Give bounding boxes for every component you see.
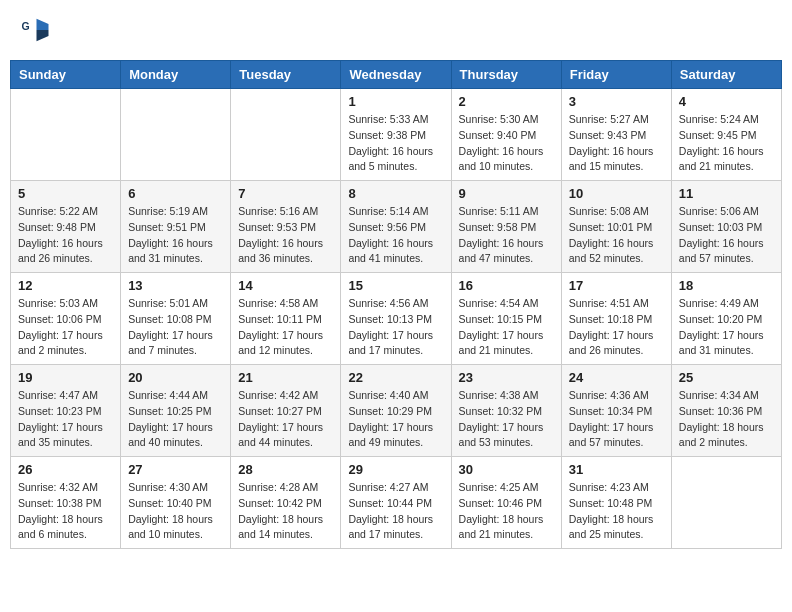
day-info: Sunrise: 5:19 AMSunset: 9:51 PMDaylight:…	[128, 204, 223, 267]
logo: G	[20, 15, 54, 45]
day-number: 3	[569, 94, 664, 109]
day-info: Sunrise: 4:23 AMSunset: 10:48 PMDaylight…	[569, 480, 664, 543]
header-cell-tuesday: Tuesday	[231, 61, 341, 89]
day-number: 7	[238, 186, 333, 201]
calendar-cell: 22Sunrise: 4:40 AMSunset: 10:29 PMDaylig…	[341, 365, 451, 457]
calendar-cell: 16Sunrise: 4:54 AMSunset: 10:15 PMDaylig…	[451, 273, 561, 365]
day-info: Sunrise: 5:01 AMSunset: 10:08 PMDaylight…	[128, 296, 223, 359]
day-number: 19	[18, 370, 113, 385]
day-info: Sunrise: 4:28 AMSunset: 10:42 PMDaylight…	[238, 480, 333, 543]
calendar-week-1: 1Sunrise: 5:33 AMSunset: 9:38 PMDaylight…	[11, 89, 782, 181]
calendar-cell: 17Sunrise: 4:51 AMSunset: 10:18 PMDaylig…	[561, 273, 671, 365]
calendar-week-5: 26Sunrise: 4:32 AMSunset: 10:38 PMDaylig…	[11, 457, 782, 549]
calendar-cell: 23Sunrise: 4:38 AMSunset: 10:32 PMDaylig…	[451, 365, 561, 457]
header-row: SundayMondayTuesdayWednesdayThursdayFrid…	[11, 61, 782, 89]
calendar-cell: 28Sunrise: 4:28 AMSunset: 10:42 PMDaylig…	[231, 457, 341, 549]
day-number: 8	[348, 186, 443, 201]
day-info: Sunrise: 5:08 AMSunset: 10:01 PMDaylight…	[569, 204, 664, 267]
calendar-cell: 27Sunrise: 4:30 AMSunset: 10:40 PMDaylig…	[121, 457, 231, 549]
calendar-cell	[231, 89, 341, 181]
calendar-cell: 20Sunrise: 4:44 AMSunset: 10:25 PMDaylig…	[121, 365, 231, 457]
day-number: 25	[679, 370, 774, 385]
header-cell-sunday: Sunday	[11, 61, 121, 89]
day-number: 22	[348, 370, 443, 385]
day-info: Sunrise: 5:06 AMSunset: 10:03 PMDaylight…	[679, 204, 774, 267]
calendar-cell: 1Sunrise: 5:33 AMSunset: 9:38 PMDaylight…	[341, 89, 451, 181]
day-info: Sunrise: 4:44 AMSunset: 10:25 PMDaylight…	[128, 388, 223, 451]
day-number: 24	[569, 370, 664, 385]
day-info: Sunrise: 4:32 AMSunset: 10:38 PMDaylight…	[18, 480, 113, 543]
day-info: Sunrise: 4:27 AMSunset: 10:44 PMDaylight…	[348, 480, 443, 543]
day-number: 14	[238, 278, 333, 293]
day-info: Sunrise: 4:34 AMSunset: 10:36 PMDaylight…	[679, 388, 774, 451]
header-cell-saturday: Saturday	[671, 61, 781, 89]
day-number: 30	[459, 462, 554, 477]
day-number: 17	[569, 278, 664, 293]
calendar-week-4: 19Sunrise: 4:47 AMSunset: 10:23 PMDaylig…	[11, 365, 782, 457]
calendar-cell: 31Sunrise: 4:23 AMSunset: 10:48 PMDaylig…	[561, 457, 671, 549]
calendar-header: SundayMondayTuesdayWednesdayThursdayFrid…	[11, 61, 782, 89]
svg-text:G: G	[22, 20, 30, 32]
day-info: Sunrise: 4:30 AMSunset: 10:40 PMDaylight…	[128, 480, 223, 543]
day-number: 16	[459, 278, 554, 293]
svg-marker-1	[37, 19, 49, 30]
logo-icon: G	[20, 15, 50, 45]
day-number: 4	[679, 94, 774, 109]
day-number: 23	[459, 370, 554, 385]
day-number: 20	[128, 370, 223, 385]
calendar-cell	[671, 457, 781, 549]
day-number: 13	[128, 278, 223, 293]
day-info: Sunrise: 5:14 AMSunset: 9:56 PMDaylight:…	[348, 204, 443, 267]
day-number: 27	[128, 462, 223, 477]
day-info: Sunrise: 4:54 AMSunset: 10:15 PMDaylight…	[459, 296, 554, 359]
day-info: Sunrise: 4:49 AMSunset: 10:20 PMDaylight…	[679, 296, 774, 359]
calendar-cell: 10Sunrise: 5:08 AMSunset: 10:01 PMDaylig…	[561, 181, 671, 273]
day-number: 26	[18, 462, 113, 477]
day-info: Sunrise: 4:47 AMSunset: 10:23 PMDaylight…	[18, 388, 113, 451]
calendar-table: SundayMondayTuesdayWednesdayThursdayFrid…	[10, 60, 782, 549]
day-number: 31	[569, 462, 664, 477]
calendar-cell: 3Sunrise: 5:27 AMSunset: 9:43 PMDaylight…	[561, 89, 671, 181]
day-number: 29	[348, 462, 443, 477]
calendar-body: 1Sunrise: 5:33 AMSunset: 9:38 PMDaylight…	[11, 89, 782, 549]
calendar-week-2: 5Sunrise: 5:22 AMSunset: 9:48 PMDaylight…	[11, 181, 782, 273]
calendar-cell: 19Sunrise: 4:47 AMSunset: 10:23 PMDaylig…	[11, 365, 121, 457]
day-info: Sunrise: 4:42 AMSunset: 10:27 PMDaylight…	[238, 388, 333, 451]
day-number: 21	[238, 370, 333, 385]
day-info: Sunrise: 4:25 AMSunset: 10:46 PMDaylight…	[459, 480, 554, 543]
day-number: 2	[459, 94, 554, 109]
calendar-cell: 30Sunrise: 4:25 AMSunset: 10:46 PMDaylig…	[451, 457, 561, 549]
calendar-cell: 15Sunrise: 4:56 AMSunset: 10:13 PMDaylig…	[341, 273, 451, 365]
day-info: Sunrise: 5:33 AMSunset: 9:38 PMDaylight:…	[348, 112, 443, 175]
day-info: Sunrise: 4:36 AMSunset: 10:34 PMDaylight…	[569, 388, 664, 451]
calendar-cell: 21Sunrise: 4:42 AMSunset: 10:27 PMDaylig…	[231, 365, 341, 457]
calendar-week-3: 12Sunrise: 5:03 AMSunset: 10:06 PMDaylig…	[11, 273, 782, 365]
day-number: 12	[18, 278, 113, 293]
day-number: 1	[348, 94, 443, 109]
calendar-cell: 4Sunrise: 5:24 AMSunset: 9:45 PMDaylight…	[671, 89, 781, 181]
calendar-cell: 14Sunrise: 4:58 AMSunset: 10:11 PMDaylig…	[231, 273, 341, 365]
calendar-cell: 11Sunrise: 5:06 AMSunset: 10:03 PMDaylig…	[671, 181, 781, 273]
calendar-cell: 25Sunrise: 4:34 AMSunset: 10:36 PMDaylig…	[671, 365, 781, 457]
day-info: Sunrise: 4:38 AMSunset: 10:32 PMDaylight…	[459, 388, 554, 451]
day-info: Sunrise: 5:03 AMSunset: 10:06 PMDaylight…	[18, 296, 113, 359]
day-number: 10	[569, 186, 664, 201]
day-info: Sunrise: 4:56 AMSunset: 10:13 PMDaylight…	[348, 296, 443, 359]
day-number: 11	[679, 186, 774, 201]
day-info: Sunrise: 4:40 AMSunset: 10:29 PMDaylight…	[348, 388, 443, 451]
calendar-cell: 7Sunrise: 5:16 AMSunset: 9:53 PMDaylight…	[231, 181, 341, 273]
page-header: G	[10, 10, 782, 50]
header-cell-monday: Monday	[121, 61, 231, 89]
day-info: Sunrise: 5:27 AMSunset: 9:43 PMDaylight:…	[569, 112, 664, 175]
calendar-cell: 13Sunrise: 5:01 AMSunset: 10:08 PMDaylig…	[121, 273, 231, 365]
day-number: 6	[128, 186, 223, 201]
calendar-cell: 18Sunrise: 4:49 AMSunset: 10:20 PMDaylig…	[671, 273, 781, 365]
day-info: Sunrise: 5:16 AMSunset: 9:53 PMDaylight:…	[238, 204, 333, 267]
day-info: Sunrise: 4:51 AMSunset: 10:18 PMDaylight…	[569, 296, 664, 359]
calendar-cell: 9Sunrise: 5:11 AMSunset: 9:58 PMDaylight…	[451, 181, 561, 273]
calendar-cell: 6Sunrise: 5:19 AMSunset: 9:51 PMDaylight…	[121, 181, 231, 273]
day-number: 9	[459, 186, 554, 201]
day-info: Sunrise: 4:58 AMSunset: 10:11 PMDaylight…	[238, 296, 333, 359]
calendar-cell	[11, 89, 121, 181]
day-info: Sunrise: 5:30 AMSunset: 9:40 PMDaylight:…	[459, 112, 554, 175]
